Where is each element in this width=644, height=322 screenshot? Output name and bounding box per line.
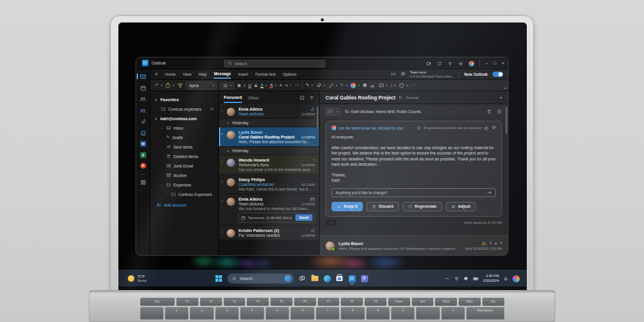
folder-item-expenses[interactable]: › Expenses — [150, 180, 218, 189]
account-header[interactable]: ▾ katri@contoso.com — [150, 114, 218, 123]
rail-files-paperclip-icon[interactable] — [136, 119, 150, 125]
key[interactable]: 2 — [190, 307, 213, 319]
discard-button[interactable]: Discard — [366, 202, 399, 211]
taskbar-clock[interactable]: 2:30 PM 2/20/2024 — [483, 274, 499, 283]
text-highlight-button[interactable]: A — [260, 83, 263, 88]
tips-lightbulb-icon[interactable] — [447, 61, 453, 66]
task-view-button[interactable] — [298, 275, 306, 282]
previous-message-row[interactable]: Lydia Bauer Hello, Please find attached … — [320, 235, 508, 256]
highlighter-pen-icon[interactable]: ✎ — [340, 83, 344, 88]
message-row-elvia-pinned[interactable]: › Elvia Atkins Team pictures 12:55PM — [219, 104, 319, 118]
key[interactable]: F5 — [271, 298, 292, 305]
key[interactable]: = — [442, 307, 465, 319]
rail-excel-icon[interactable]: X — [136, 152, 150, 158]
submit-arrow-icon[interactable] — [487, 190, 492, 195]
tab-view[interactable]: View — [183, 70, 192, 78]
key[interactable]: F9 — [365, 298, 387, 305]
favorite-folder-contoso-expenses[interactable]: Contoso expenses 11 — [150, 104, 218, 114]
teams-taskbar-button[interactable]: T — [360, 275, 368, 282]
comment-icon[interactable] — [379, 83, 384, 88]
battery-icon[interactable] — [473, 276, 479, 282]
rail-todo-icon[interactable] — [136, 130, 150, 136]
folder-item-archive[interactable]: Archive — [150, 170, 218, 180]
microsoft-store-button[interactable] — [336, 275, 343, 282]
copilot-toolbar-icon[interactable] — [350, 83, 356, 88]
keep-it-button[interactable]: Keep it — [331, 202, 363, 211]
expand-icon[interactable]: › — [221, 230, 223, 234]
folder-item-sent[interactable]: Sent Items — [150, 142, 218, 152]
collapse-ribbon-icon[interactable]: ▾ — [504, 86, 506, 90]
tab-home[interactable]: Home — [165, 70, 176, 78]
key[interactable]: F1 — [176, 298, 198, 305]
rail-calendar-icon[interactable] — [136, 85, 150, 91]
regenerate-button[interactable]: Regenerate — [402, 202, 442, 211]
thumbs-up-icon[interactable] — [484, 125, 489, 130]
key[interactable]: 0 — [391, 307, 414, 319]
key[interactable]: F3 — [224, 298, 246, 305]
hamburger-icon[interactable]: ≡ — [155, 72, 158, 77]
add-account-link[interactable]: Add account — [150, 200, 218, 210]
message-row-lydia-selected[interactable]: › Lydia Bauer Coral Gables Roofing Proje… — [219, 127, 319, 146]
key[interactable]: PgUp — [435, 298, 457, 305]
message-row-kristin[interactable]: › Kristin Patterson (2) Fw: Volunteers n… — [219, 226, 319, 240]
favorites-header[interactable]: ▾ Favorites — [150, 95, 218, 104]
reminder-window-icon[interactable] — [401, 72, 405, 76]
folder-item-deleted[interactable]: Deleted Items — [150, 152, 218, 161]
key[interactable]: 3 — [215, 307, 239, 319]
tab-options[interactable]: Options — [283, 70, 297, 78]
copilot-taskbar-icon[interactable] — [513, 275, 520, 282]
schedule-send-icon[interactable] — [497, 109, 502, 114]
folder-item-junk[interactable]: Junk Email — [150, 161, 218, 170]
filter-icon[interactable] — [309, 95, 314, 101]
share-screen-icon[interactable] — [426, 61, 432, 66]
strikethrough-button[interactable]: S — [255, 83, 257, 88]
settings-gear-icon[interactable] — [458, 61, 463, 66]
file-explorer-button[interactable] — [311, 275, 318, 282]
attach-file-icon[interactable] — [316, 83, 321, 88]
expand-icon[interactable]: › — [221, 160, 223, 164]
taskbar-search[interactable]: Search — [227, 273, 294, 284]
paste-icon[interactable] — [165, 83, 170, 88]
tab-focused[interactable]: Focused — [224, 92, 242, 103]
message-row-elvia-meeting[interactable]: › Elvia Atkins Team pictures 12:55PM We … — [219, 194, 319, 225]
rail-more-apps-icon[interactable] — [136, 179, 150, 185]
importance-icon[interactable]: ! — [391, 83, 392, 88]
message-row-daisy[interactable]: › Daisy Philips Coaching workshop 10:12A… — [219, 175, 319, 194]
heart-reaction-icon[interactable]: ♥ — [495, 241, 497, 246]
key[interactable]: End — [412, 298, 434, 305]
key[interactable]: Backspace — [466, 307, 504, 319]
expand-icon[interactable]: › — [221, 109, 223, 113]
encrypt-shield-icon[interactable] — [399, 83, 404, 88]
key[interactable]: 5 — [266, 307, 289, 319]
font-name-select[interactable]: Aptos▾ — [186, 82, 217, 89]
rail-people-icon[interactable] — [136, 96, 150, 102]
tray-chevron-up-icon[interactable] — [445, 276, 450, 281]
close-button[interactable]: × — [501, 61, 504, 66]
copilot-prompt[interactable]: Let the team know we decided to use... — [339, 126, 414, 130]
reminder-toast[interactable]: Team sync in 5 min Microsoft Teams Mee..… — [410, 70, 455, 78]
group-header-yesterday[interactable]: ▾ Yesterday — [219, 119, 319, 127]
undo-icon[interactable]: ↶ — [155, 83, 159, 88]
list-button[interactable]: ≡ — [285, 83, 288, 88]
start-button[interactable] — [215, 275, 223, 282]
discard-trash-icon[interactable] — [487, 109, 492, 114]
tab-message[interactable]: Message — [214, 70, 231, 79]
sync-icon[interactable] — [437, 61, 442, 66]
clear-formatting-button[interactable]: A — [280, 83, 282, 87]
rail-word-icon[interactable]: W — [136, 141, 150, 147]
key[interactable]: 9 — [366, 307, 389, 319]
italic-button[interactable]: I — [244, 83, 245, 88]
search-input[interactable]: Search — [224, 60, 326, 67]
rsvp-button[interactable]: RSVP — [295, 214, 313, 221]
group-header-yesterday[interactable]: ▾ Yesterday — [219, 147, 319, 154]
edge-browser-button[interactable] — [323, 275, 331, 282]
key[interactable]: Home — [388, 298, 410, 305]
draw-pen-icon[interactable]: ✎ — [306, 83, 310, 88]
reminder-count[interactable]: 1/2 — [391, 72, 395, 76]
folder-item-drafts[interactable]: ✎ Drafts — [150, 133, 218, 142]
tab-help[interactable]: Help — [198, 70, 207, 78]
rail-powerpoint-icon[interactable]: P — [136, 163, 150, 169]
to-recipients[interactable]: To: Katri Ahokas; Henry Brill; Robin Cou… — [344, 110, 483, 114]
folder-item-inbox[interactable]: › Inbox — [150, 123, 218, 133]
more-formatting-icon[interactable]: ⋯ — [295, 83, 299, 88]
